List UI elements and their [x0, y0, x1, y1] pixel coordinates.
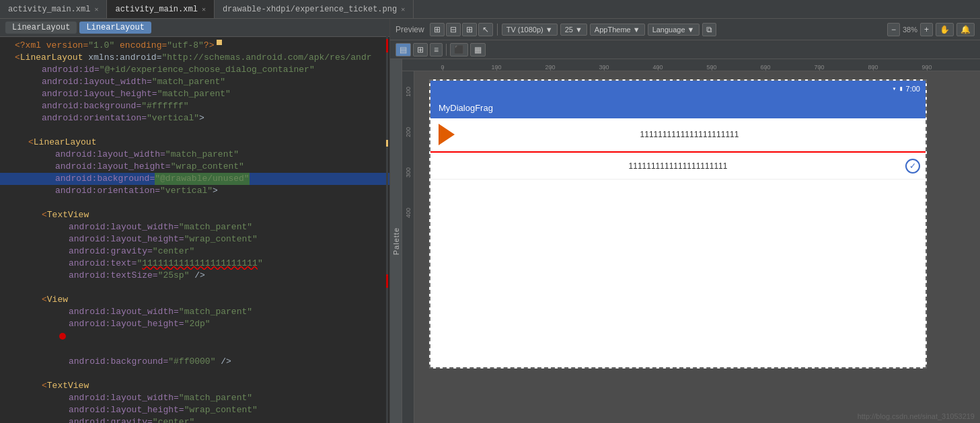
ruler-v-2: 300 [405, 152, 412, 192]
phone-preview-container: ▾ ▮ 7:00 MyDialogFrag [429, 79, 927, 369]
code-line-1: <?xml version="1.0" encoding="utf-8"?> [0, 40, 389, 52]
device-selector[interactable]: TV (1080p) ▼ [502, 24, 558, 36]
ruler-mark-200: 200 [523, 64, 577, 71]
grid-icon-1[interactable]: ⊞ [430, 23, 445, 36]
multi-device-icon[interactable]: ⧉ [702, 23, 716, 36]
language-selector[interactable]: Language ▼ [648, 24, 700, 36]
theme-selector[interactable]: AppTheme ▼ [590, 24, 645, 36]
ruler-vertical: 100 200 300 400 [402, 71, 414, 423]
ruler-mark-700: 700 [792, 64, 846, 71]
code-line-8 [0, 124, 389, 137]
val-id: "@+id/experience_choose_dialog_container… [100, 64, 315, 76]
component-tree-icon[interactable]: ⊞ [413, 43, 428, 56]
api-selector[interactable]: 25 ▼ [560, 24, 587, 36]
val-bg3: "#ff0000" [168, 356, 215, 368]
grid-icon-2[interactable]: ⊟ [446, 23, 461, 36]
code-panel[interactable]: LinearLayout LinearLayout <?xml version=… [0, 19, 390, 423]
layout-tab-2[interactable]: LinearLayout [79, 22, 151, 34]
sep-2 [446, 44, 447, 56]
attr-gr2: android:gravity= [69, 416, 153, 423]
tab-activity-main-1[interactable]: activity_main.xml ✕ [0, 0, 107, 18]
attr-lh5: android:layout_height= [69, 404, 184, 416]
tab-drawable-ticket[interactable]: drawable-xhdpi/experience_ticket.png ✕ [215, 0, 414, 18]
toolbar-icon-group-1: ⊞ ⊟ ⊞ ↖ [430, 23, 493, 36]
val-or1: "vertical" [147, 112, 199, 124]
code-line-6: android:background="#ffffff" [0, 100, 389, 112]
val-lw4: "match_parent" [179, 306, 252, 318]
xmlns-val-2: "http://schemas.android.com/apk/res/andr [161, 52, 371, 64]
code-line-7: android:orientation="vertical"> [0, 112, 389, 124]
align-left-icon[interactable]: ⬛ [450, 43, 468, 56]
attr-or1: android:orientation= [42, 112, 147, 124]
lt-inner: < [28, 137, 34, 149]
ruler-mark-600: 600 [739, 64, 792, 71]
code-line-14 [0, 197, 389, 209]
val-bg2-drawable: "@drawable/unused" [155, 173, 249, 185]
list-row-1: 1111111111111111111111 [430, 118, 926, 151]
check-circle-icon: ✓ [905, 159, 920, 174]
bracket-13: > [213, 185, 218, 197]
code-line-26 [0, 368, 389, 380]
val-or2: "vertical" [160, 185, 213, 197]
palette-icon[interactable]: ▤ [395, 43, 411, 56]
code-line-2: <LinearLayout xmlns:android="http://sche… [0, 52, 389, 64]
ruler-v-3: 400 [405, 192, 412, 233]
ruler-v-0: 100 [405, 71, 412, 112]
gutter-24 [5, 318, 15, 356]
code-line-24: android:layout_height="2dp" [0, 318, 389, 356]
code-line-4: android:layout_width="match_parent" [0, 76, 389, 88]
preview-canvas-area[interactable]: 0 100 200 300 400 500 600 700 800 900 10… [402, 59, 980, 423]
layout-tab-1[interactable]: LinearLayout [5, 22, 77, 34]
lt-tv1: < [42, 209, 47, 221]
lt-view: < [42, 294, 47, 306]
scroll-marker-error [386, 274, 388, 288]
arrow-icon-1 [439, 124, 455, 145]
attr-lw4: android:layout_width= [69, 306, 179, 318]
val-lh: "match_parent" [157, 88, 231, 100]
palette-tab[interactable]: Palette [390, 59, 402, 423]
val-lw3: "match_parent" [179, 221, 252, 233]
preview-label: Preview [395, 25, 424, 34]
list-row-2: 1111111111111111111111 ✓ [430, 153, 926, 180]
ruler-horizontal: 0 100 200 300 400 500 600 700 800 900 [402, 59, 980, 71]
main-area: LinearLayout LinearLayout <?xml version=… [0, 19, 980, 423]
slash-20: /> [189, 270, 204, 282]
val-bg1: "#ffffff" [141, 100, 188, 112]
code-line-3: android:id="@+id/experience_choose_dialo… [0, 64, 389, 76]
close-tab-3-icon[interactable]: ✕ [401, 5, 405, 13]
properties-icon[interactable]: ≡ [430, 43, 443, 56]
app-bar-title: MyDialogFrag [439, 103, 493, 113]
align-center-icon[interactable]: ▦ [470, 43, 486, 56]
status-time: 7:00 [906, 85, 920, 93]
ruler-mark-500: 500 [685, 64, 739, 71]
attr-bg2: android:background= [55, 173, 155, 185]
ruler-mark-400: 400 [631, 64, 685, 71]
status-bar: ▾ ▮ 7:00 [430, 81, 926, 97]
close-tab-1-icon[interactable]: ✕ [94, 5, 98, 13]
attr-lh: android:layout_height= [42, 88, 157, 100]
zoom-indicator: − 38% + [887, 23, 933, 36]
list-text-1: 1111111111111111111111 [461, 130, 917, 139]
tab-activity-main-2[interactable]: activity_main.xml ✕ [107, 0, 214, 18]
val-lw: "match_parent" [152, 76, 225, 88]
cursor-icon[interactable]: ↖ [478, 23, 493, 36]
code-line-22: <View [0, 294, 389, 306]
grid-icon-3[interactable]: ⊞ [462, 23, 477, 36]
zoom-minus-btn[interactable]: − [887, 23, 900, 36]
list-text-2: 1111111111111111111111 [439, 161, 917, 171]
close-tab-2-icon[interactable]: ✕ [202, 5, 206, 13]
code-line-23: android:layout_width="match_parent" [0, 306, 389, 318]
attr-lw3: android:layout_width= [69, 221, 179, 233]
code-line-17: android:layout_height="wrap_content" [0, 233, 389, 245]
val-lh2: "wrap_content" [171, 161, 244, 173]
attr-lw5: android:layout_width= [69, 392, 179, 404]
scroll-indicator [386, 19, 388, 423]
pan-icon[interactable]: ✋ [936, 23, 954, 36]
alert-icon[interactable]: 🔔 [956, 23, 975, 36]
ruler-v-1: 200 [405, 112, 412, 152]
tag-textview-1: TextView [47, 209, 89, 221]
app-bar: MyDialogFrag [430, 97, 926, 118]
zoom-plus-btn[interactable]: + [920, 23, 933, 36]
attr-lh3: android:layout_height= [69, 233, 184, 245]
layout-tabs: LinearLayout LinearLayout [0, 19, 389, 37]
